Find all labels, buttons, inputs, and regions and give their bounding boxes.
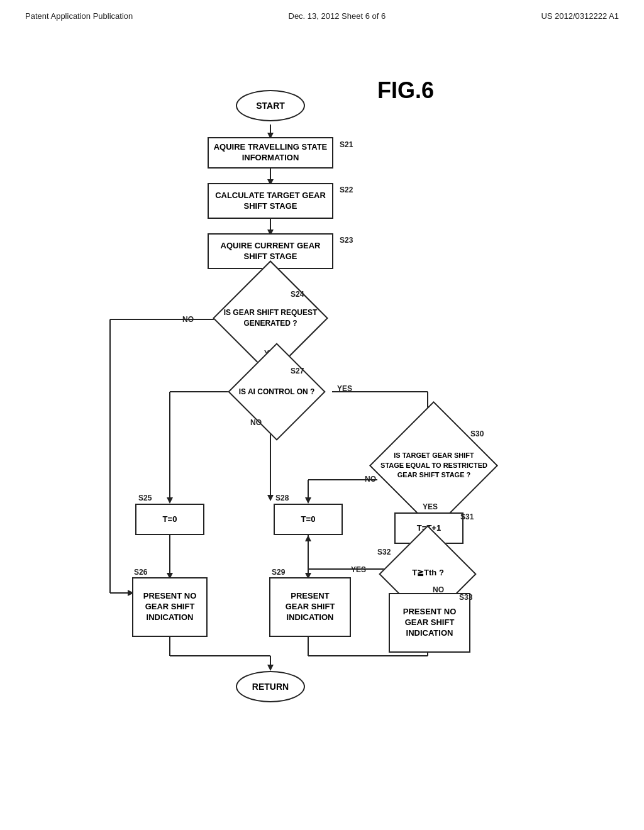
s26-label: S26: [134, 568, 147, 577]
s24-no-label: NO: [182, 315, 194, 324]
header-middle: Dec. 13, 2012 Sheet 6 of 6: [289, 11, 386, 21]
s30-yes-label: YES: [423, 502, 438, 511]
header-right: US 2012/0312222 A1: [541, 11, 619, 21]
s28-label: S28: [275, 494, 289, 502]
s29-box: PRESENT GEAR SHIFT INDICATION: [269, 577, 351, 637]
s29-label: S29: [272, 568, 285, 577]
s21-label: S21: [340, 140, 353, 149]
svg-marker-21: [305, 497, 311, 504]
svg-marker-44: [167, 497, 173, 504]
s22-box: CALCULATE TARGET GEAR SHIFT STAGE: [208, 183, 333, 219]
s23-label: S23: [340, 236, 353, 245]
page-header: Patent Application Publication Dec. 13, …: [0, 0, 644, 21]
return-node: RETURN: [236, 671, 305, 702]
s22-label: S22: [340, 185, 353, 194]
svg-marker-41: [267, 665, 274, 671]
s28-box: T=0: [274, 504, 343, 535]
s26-box: PRESENT NO GEAR SHIFT INDICATION: [132, 577, 208, 637]
s27-no-label: NO: [250, 418, 262, 427]
s25-box: T=0: [135, 504, 204, 535]
start-node: START: [236, 90, 305, 121]
s32-yes-label: YES: [351, 565, 366, 574]
svg-marker-28: [305, 535, 311, 541]
s27-yes-label: YES: [337, 384, 352, 393]
s31-label: S31: [460, 512, 474, 521]
s25-label: S25: [138, 494, 152, 502]
s33-box: PRESENT NO GEAR SHIFT INDICATION: [389, 593, 470, 653]
header-left: Patent Application Publication: [25, 11, 133, 21]
fig-title: FIG.6: [377, 77, 434, 104]
s21-box: AQUIRE TRAVELLING STATE INFORMATION: [208, 137, 333, 169]
svg-marker-18: [267, 495, 274, 501]
flowchart-container: FIG.6: [0, 27, 644, 794]
